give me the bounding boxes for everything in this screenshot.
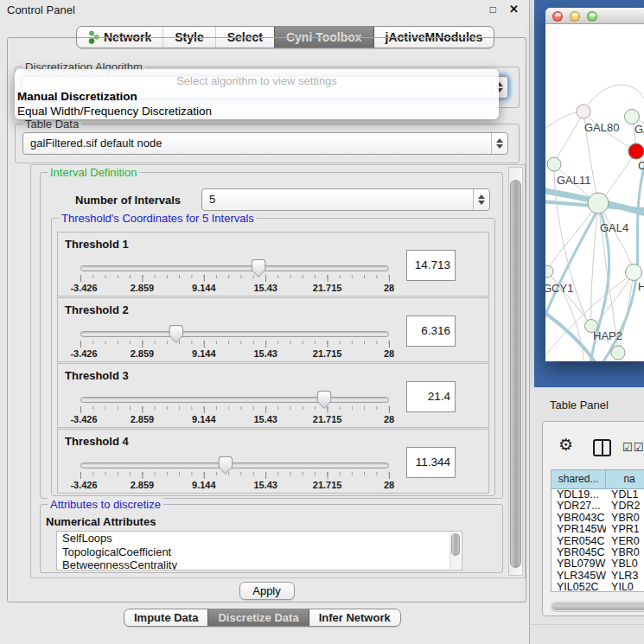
network-window-titlebar[interactable] bbox=[545, 8, 644, 24]
table-data-title: Table Data bbox=[22, 118, 81, 131]
number-of-intervals-label: Number of Intervals bbox=[75, 194, 181, 207]
tab-impute-data[interactable]: Impute Data bbox=[124, 609, 207, 626]
svg-text:GCY1: GCY1 bbox=[545, 282, 573, 295]
table-row[interactable]: YDR27...YDR2 bbox=[552, 501, 644, 512]
number-of-intervals-combobox[interactable]: 5 bbox=[201, 188, 490, 211]
apply-button[interactable]: Apply bbox=[239, 582, 295, 600]
control-panel: Control Panel □ ✕ Network Style Select C… bbox=[0, 0, 530, 644]
table-row[interactable]: YIL052CYIL0 bbox=[552, 582, 644, 592]
threshold-2-panel: Threshold 2 -3.426 2.859 9.144 15.43 21.… bbox=[57, 297, 489, 362]
svg-text:HAP2: HAP2 bbox=[593, 329, 622, 342]
tick-label: 9.144 bbox=[192, 480, 216, 490]
dropdown-option-equal-width-frequency[interactable]: Equal Width/Frequency Discretization bbox=[17, 105, 212, 118]
list-scrollbar[interactable] bbox=[450, 532, 461, 569]
thresholds-coordinates-group: Threshold's Coordinates for 5 Intervals … bbox=[51, 218, 495, 496]
table-row[interactable]: YER054CYER0 bbox=[552, 536, 644, 547]
zoom-traffic-light-icon[interactable] bbox=[587, 11, 597, 22]
dropdown-placeholder-option[interactable]: Select algorithm to view settings bbox=[15, 74, 499, 87]
scrollbar-thumb[interactable] bbox=[510, 180, 521, 568]
list-item[interactable]: SelfLoops bbox=[57, 532, 462, 545]
threshold-1-value-field[interactable]: 14.713 bbox=[406, 250, 456, 281]
svg-text:GAL4: GAL4 bbox=[600, 221, 628, 234]
tick-label: 15.43 bbox=[253, 480, 277, 490]
panel-scrollbar[interactable] bbox=[508, 167, 523, 576]
algorithm-dropdown-popup: Select algorithm to view settings Manual… bbox=[15, 69, 499, 119]
slider-major-ticks bbox=[80, 341, 390, 348]
minimize-traffic-light-icon[interactable] bbox=[570, 11, 580, 22]
table-panel: ⚙ ☑☑ shared... na YDL19...YDL1 YDR27...Y… bbox=[542, 421, 644, 616]
threshold-1-slider: -3.426 2.859 9.144 15.43 21.715 28 bbox=[80, 264, 389, 293]
interval-definition-group: Interval Definition Number of Intervals … bbox=[40, 172, 503, 499]
tick-label: 28 bbox=[384, 348, 394, 359]
divider bbox=[530, 624, 644, 625]
threshold-4-slider: -3.426 2.859 9.144 15.43 21.715 28 bbox=[80, 461, 389, 490]
tick-label: 2.859 bbox=[131, 348, 155, 359]
float-window-icon[interactable]: □ bbox=[490, 3, 496, 16]
column-header-name[interactable]: na bbox=[606, 470, 644, 489]
network-view-region: GAL80GACGAL11GAL4GCY1HHAP2 bbox=[534, 0, 644, 387]
thresholds-coordinates-title: Threshold's Coordinates for 5 Intervals bbox=[59, 212, 257, 225]
slider-track[interactable] bbox=[80, 265, 389, 271]
threshold-2-slider: -3.426 2.859 9.144 15.43 21.715 28 bbox=[80, 329, 389, 359]
threshold-4-label: Threshold 4 bbox=[65, 435, 129, 448]
gear-icon[interactable]: ⚙ bbox=[558, 437, 573, 453]
slider-track[interactable] bbox=[80, 331, 389, 337]
slider-major-ticks bbox=[80, 472, 390, 479]
settings-scroll-panel: Interval Definition Number of Intervals … bbox=[30, 164, 526, 578]
cyni-content-box: Discretization Algorithm Table Data galF… bbox=[7, 37, 526, 603]
table-data-combobox[interactable]: galFiltered.sif default node bbox=[22, 132, 508, 155]
threshold-4-value-field[interactable]: 11.344 bbox=[406, 447, 456, 478]
tick-label: 28 bbox=[384, 414, 394, 424]
list-item[interactable]: BetweennessCentrality bbox=[57, 558, 462, 571]
numerical-attributes-label: Numerical Attributes bbox=[46, 515, 156, 528]
threshold-4-panel: Threshold 4 -3.426 2.859 9.144 15.43 21.… bbox=[57, 429, 489, 494]
numerical-attributes-list: SelfLoops TopologicalCoefficient Between… bbox=[56, 531, 462, 571]
table-row[interactable]: YBL079WYBL0 bbox=[552, 558, 644, 570]
tick-label: 2.859 bbox=[131, 283, 155, 293]
stepper-icon bbox=[473, 189, 489, 210]
attributes-to-discretize-group: Attributes to discretize Numerical Attri… bbox=[40, 504, 503, 573]
threshold-3-value-field[interactable]: 21.4 bbox=[406, 381, 456, 412]
threshold-2-value-field[interactable]: 6.316 bbox=[406, 316, 456, 347]
scrollbar-thumb[interactable] bbox=[552, 603, 644, 610]
table-row[interactable]: YBR045CYBR0 bbox=[552, 547, 644, 558]
table-row[interactable]: YDL19...YDL1 bbox=[552, 489, 644, 501]
dropdown-option-manual-discretization[interactable]: Manual Discretization bbox=[17, 90, 137, 103]
list-item[interactable]: TopologicalCoefficient bbox=[57, 545, 462, 559]
tick-label: 21.715 bbox=[313, 283, 342, 293]
scrollbar-thumb[interactable] bbox=[451, 533, 460, 556]
attributes-to-discretize-title: Attributes to discretize bbox=[48, 498, 163, 511]
table-row[interactable]: YBR043CYBR0 bbox=[552, 513, 644, 524]
interval-definition-title: Interval Definition bbox=[48, 166, 139, 179]
threshold-1-panel: Threshold 1 -3.426 2.859 9.144 15.43 21.… bbox=[57, 232, 489, 296]
close-icon[interactable]: ✕ bbox=[509, 3, 519, 16]
column-header-shared-name[interactable]: shared... bbox=[552, 470, 606, 489]
tick-label: -3.426 bbox=[70, 414, 97, 424]
tab-infer-network[interactable]: Infer Network bbox=[309, 609, 400, 626]
tab-discretize-data[interactable]: Discretize Data bbox=[207, 609, 308, 626]
table-data-value: galFiltered.sif default node bbox=[30, 137, 162, 150]
slider-track[interactable] bbox=[80, 462, 389, 469]
tick-label: 21.715 bbox=[313, 348, 342, 359]
slider-track[interactable] bbox=[80, 397, 389, 403]
bottom-tab-bar: Impute Data Discretize Data Infer Networ… bbox=[124, 609, 401, 627]
table-row[interactable]: YPR145WYPR1 bbox=[552, 524, 644, 535]
tick-label: 21.715 bbox=[313, 414, 342, 424]
number-of-intervals-value: 5 bbox=[209, 193, 215, 206]
network-window[interactable]: GAL80GACGAL11GAL4GCY1HHAP2 bbox=[545, 8, 644, 361]
svg-text:H: H bbox=[638, 280, 644, 293]
tick-label: 9.144 bbox=[192, 283, 216, 293]
control-panel-titlebar: Control Panel □ ✕ bbox=[0, 0, 529, 21]
tick-label: 28 bbox=[384, 283, 394, 293]
close-traffic-light-icon[interactable] bbox=[552, 11, 563, 22]
column-checkboxes-icon[interactable]: ☑☑ bbox=[622, 441, 644, 454]
network-canvas[interactable]: GAL80GACGAL11GAL4GCY1HHAP2 bbox=[545, 24, 644, 361]
table-row[interactable]: YLR345WYLR3 bbox=[552, 571, 644, 582]
split-view-icon[interactable] bbox=[593, 439, 611, 456]
table-panel-region: Table Panel ⚙ ☑☑ shared... na YDL19...YD… bbox=[530, 387, 644, 644]
svg-text:GAL11: GAL11 bbox=[557, 174, 591, 187]
threshold-1-label: Threshold 1 bbox=[65, 238, 129, 251]
table-horizontal-scrollbar[interactable] bbox=[551, 602, 644, 612]
node-table: shared... na YDL19...YDL1 YDR27...YDR2 Y… bbox=[551, 469, 644, 592]
table-data-group: Table Data galFiltered.sif default node bbox=[15, 124, 520, 163]
